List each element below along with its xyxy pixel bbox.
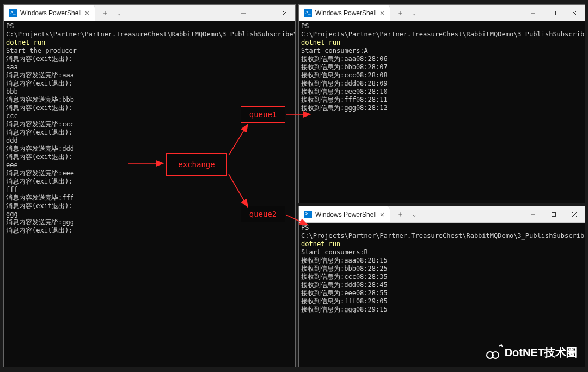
close-button[interactable] [564,206,585,222]
minimize-button[interactable] [523,5,543,21]
close-button[interactable] [274,5,295,21]
titlebar[interactable]: Windows PowerShell × ＋ ⌄ [4,5,295,21]
titlebar[interactable]: Windows PowerShell × ＋ ⌄ [299,5,585,21]
powershell-icon [304,9,312,17]
maximize-button[interactable] [254,5,274,21]
new-tab-dropdown[interactable]: ⌄ [408,7,421,20]
prompt: PS C:\Projects\Partner\Partner.TreasureC… [6,22,295,38]
minimize-button[interactable] [233,5,254,21]
tab-title: Windows PowerShell [315,211,377,218]
tab-powershell[interactable]: Windows PowerShell × [4,5,95,21]
new-tab-dropdown[interactable]: ⌄ [113,7,126,20]
new-tab-button[interactable]: ＋ [394,208,407,221]
terminal-output[interactable]: PS C:\Projects\Partner\Partner.TreasureC… [299,21,585,203]
command: dotnet run [6,39,45,46]
terminal-window-consumer-b: Windows PowerShell × ＋ ⌄ PS C:\Projects\… [298,206,585,367]
tab-close-icon[interactable]: × [380,9,384,17]
wechat-icon [486,345,501,360]
new-tab-area: ＋ ⌄ [390,5,424,21]
maximize-button[interactable] [543,206,564,222]
tab-title: Windows PowerShell [20,9,82,17]
window-controls [233,5,295,21]
terminal-output[interactable]: PS C:\Projects\Partner\Partner.TreasureC… [4,21,295,367]
tab-title: Windows PowerShell [315,9,377,17]
new-tab-area: ＋ ⌄ [95,5,129,21]
close-button[interactable] [564,5,585,21]
tab-close-icon[interactable]: × [380,210,384,219]
command: dotnet run [301,39,340,46]
new-tab-button[interactable]: ＋ [99,7,112,20]
output-lines: Start the producer 消息内容(exit退出): aaa 消息内… [6,47,77,234]
prompt: PS C:\Projects\Partner\Partner.TreasureC… [301,22,585,38]
watermark: DotNET技术圈 [486,345,577,360]
tab-powershell[interactable]: Windows PowerShell × [299,206,390,222]
output-lines: Start consumers:A 接收到信息为:aaa08:28:06 接收到… [301,47,388,112]
command: dotnet run [301,240,340,248]
powershell-icon [304,211,312,218]
minimize-button[interactable] [523,206,543,222]
output-lines: Start consumers:B 接收到信息为:aaa08:28:15 接收到… [301,248,388,313]
new-tab-button[interactable]: ＋ [394,7,407,20]
diagram-box-exchange: exchange [166,153,227,176]
window-controls [523,206,585,222]
svg-rect-5 [552,11,556,15]
watermark-text: DotNET技术圈 [505,345,577,360]
new-tab-area: ＋ ⌄ [390,206,424,222]
powershell-icon [9,9,17,17]
terminal-window-consumer-a: Windows PowerShell × ＋ ⌄ PS C:\Projects\… [298,4,585,203]
prompt: PS C:\Projects\Partner\Partner.TreasureC… [301,224,585,240]
diagram-box-queue2: queue2 [241,206,285,222]
tab-close-icon[interactable]: × [85,9,89,17]
terminal-window-publisher: Windows PowerShell × ＋ ⌄ PS C:\Projects\… [3,4,296,367]
new-tab-dropdown[interactable]: ⌄ [408,208,421,221]
tab-powershell[interactable]: Windows PowerShell × [299,5,390,21]
titlebar[interactable]: Windows PowerShell × ＋ ⌄ [299,206,585,223]
svg-rect-1 [262,11,266,15]
window-controls [523,5,585,21]
diagram-box-queue1: queue1 [241,106,285,123]
maximize-button[interactable] [543,5,564,21]
svg-rect-9 [552,212,556,216]
